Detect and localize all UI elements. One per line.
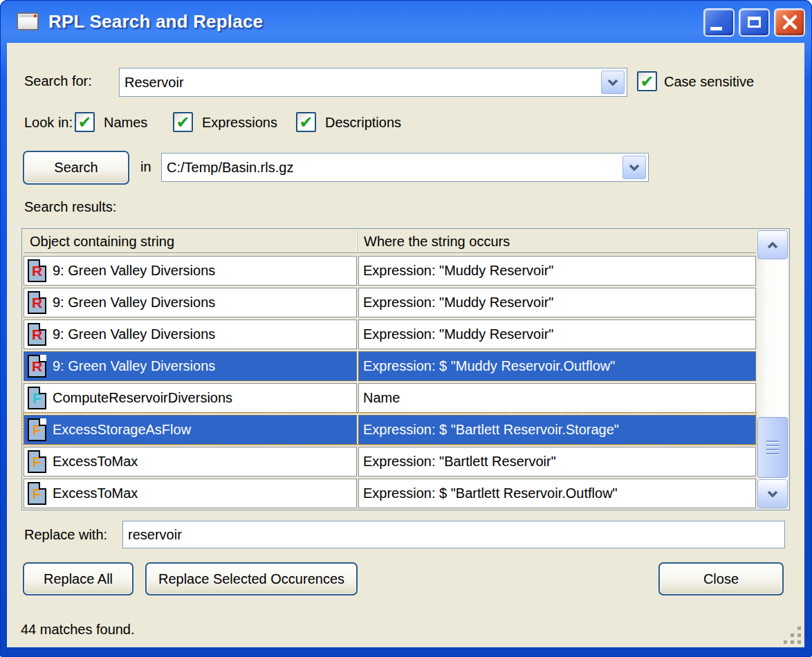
document-icon: F <box>28 418 46 441</box>
title-bar[interactable]: RPL Search and Replace <box>0 0 812 43</box>
scroll-up-button[interactable] <box>757 230 788 259</box>
case-sensitive-label: Case sensitive <box>664 74 754 90</box>
column-header-where[interactable]: Where the string occurs <box>357 230 756 252</box>
file-dropdown-button[interactable] <box>622 156 646 179</box>
where-text: Expression: $ "Bartlett Reservoir.Outflo… <box>363 485 618 501</box>
chevron-up-icon <box>766 241 779 249</box>
document-icon-letter: F <box>33 423 41 437</box>
search-button[interactable]: Search <box>23 151 129 185</box>
dialog-window: RPL Search and Replace Search for: ✔ Cas… <box>0 0 812 657</box>
close-window-button[interactable] <box>774 8 805 37</box>
chevron-down-icon <box>607 79 619 86</box>
thumb-grip-icon <box>766 449 779 450</box>
object-text: ExcessStorageAsFlow <box>53 422 191 438</box>
table-row[interactable]: R 9: Green Valley Diversions Expression:… <box>24 317 756 349</box>
window-icon <box>17 12 39 30</box>
status-text: 44 matches found. <box>21 622 135 638</box>
object-cell[interactable]: F ExcessToMax <box>24 447 357 476</box>
table-row[interactable]: R 9: Green Valley Diversions Expression:… <box>24 349 756 381</box>
search-for-input[interactable] <box>120 75 601 91</box>
names-label: Names <box>104 115 147 131</box>
search-for-dropdown-button[interactable] <box>601 71 625 94</box>
column-header-object[interactable]: Object containing string <box>24 230 357 252</box>
document-icon: F <box>28 482 46 505</box>
object-cell[interactable]: R 9: Green Valley Diversions <box>24 288 357 317</box>
search-for-label: Search for: <box>24 73 92 89</box>
document-icon-letter: F <box>33 486 41 501</box>
object-cell[interactable]: F ComputeReservoirDiversions <box>24 383 357 413</box>
check-icon: ✔ <box>299 114 313 131</box>
table-row[interactable]: F ExcessToMax Expression: "Bartlett Rese… <box>24 445 756 476</box>
file-input[interactable] <box>162 160 622 176</box>
case-sensitive-checkbox[interactable]: ✔ <box>637 71 657 91</box>
results-table: Object containing string Where the strin… <box>21 228 790 510</box>
window-title: RPL Search and Replace <box>48 11 263 33</box>
thumb-grip-icon <box>766 441 779 442</box>
thumb-grip-icon <box>766 453 779 454</box>
table-row[interactable]: R 9: Green Valley Diversions Expression:… <box>24 286 756 317</box>
close-button[interactable]: Close <box>658 562 784 595</box>
close-icon <box>782 14 798 30</box>
where-text: Name <box>363 390 400 406</box>
where-cell[interactable]: Expression: "Bartlett Reservoir" <box>358 447 756 476</box>
results-scrollbar[interactable] <box>757 230 788 508</box>
dialog-body: Search for: ✔ Case sensitive Look in: ✔ … <box>7 43 804 647</box>
document-icon-letter: R <box>32 295 42 310</box>
where-text: Expression: $ "Bartlett Reservoir.Storag… <box>363 422 619 438</box>
where-text: Expression: "Muddy Reservoir" <box>363 263 553 279</box>
where-cell[interactable]: Expression: $ "Muddy Reservoir.Outflow" <box>358 351 756 381</box>
table-row[interactable]: F ExcessStorageAsFlow Expression: $ "Bar… <box>24 413 756 445</box>
document-icon: R <box>28 259 46 282</box>
where-cell[interactable]: Expression: $ "Bartlett Reservoir.Storag… <box>358 415 756 445</box>
maximize-button[interactable] <box>739 8 770 37</box>
object-text: ExcessToMax <box>53 454 138 470</box>
object-text: ExcessToMax <box>53 485 138 501</box>
object-text: 9: Green Valley Diversions <box>53 326 215 342</box>
expressions-checkbox[interactable]: ✔ <box>173 112 193 132</box>
replace-all-button[interactable]: Replace All <box>23 562 133 595</box>
document-icon: R <box>28 323 46 346</box>
search-for-combobox[interactable] <box>119 68 627 97</box>
document-icon: R <box>28 355 46 378</box>
object-cell[interactable]: R 9: Green Valley Diversions <box>24 320 357 349</box>
replace-selected-button[interactable]: Replace Selected Occurences <box>145 562 358 595</box>
scroll-down-button[interactable] <box>757 479 788 508</box>
descriptions-label: Descriptions <box>325 115 401 131</box>
descriptions-checkbox[interactable]: ✔ <box>296 112 316 132</box>
look-in-label: Look in: <box>24 115 73 131</box>
resize-grip[interactable] <box>797 640 801 644</box>
results-header: Object containing string Where the strin… <box>24 230 756 253</box>
document-icon: F <box>28 450 46 473</box>
where-cell[interactable]: Name <box>358 383 756 413</box>
replace-with-input[interactable] <box>122 521 785 548</box>
table-row[interactable]: F ComputeReservoirDiversions Name <box>24 381 756 413</box>
table-row[interactable]: F ExcessToMax Expression: $ "Bartlett Re… <box>24 476 756 508</box>
search-results-label: Search results: <box>24 199 116 215</box>
object-cell[interactable]: R 9: Green Valley Diversions <box>24 256 357 286</box>
object-cell[interactable]: F ExcessStorageAsFlow <box>24 415 357 445</box>
names-checkbox[interactable]: ✔ <box>75 112 95 132</box>
where-cell[interactable]: Expression: $ "Bartlett Reservoir.Outflo… <box>358 479 756 508</box>
object-cell[interactable]: F ExcessToMax <box>24 479 357 508</box>
where-text: Expression: "Muddy Reservoir" <box>363 326 553 342</box>
check-icon: ✔ <box>77 114 91 131</box>
object-cell[interactable]: R 9: Green Valley Diversions <box>24 351 357 381</box>
scrollbar-thumb[interactable] <box>757 417 788 478</box>
maximize-icon <box>748 17 761 28</box>
where-text: Expression: $ "Muddy Reservoir.Outflow" <box>363 358 615 374</box>
document-icon: R <box>28 291 46 314</box>
file-combobox[interactable] <box>161 153 649 182</box>
where-cell[interactable]: Expression: "Muddy Reservoir" <box>358 320 756 349</box>
check-icon: ✔ <box>640 73 654 90</box>
document-icon-letter: F <box>33 391 41 405</box>
minimize-button[interactable] <box>703 8 735 37</box>
where-cell[interactable]: Expression: "Muddy Reservoir" <box>358 256 756 286</box>
where-cell[interactable]: Expression: "Muddy Reservoir" <box>358 288 756 317</box>
table-row[interactable]: R 9: Green Valley Diversions Expression:… <box>24 254 756 286</box>
where-text: Expression: "Muddy Reservoir" <box>363 295 553 311</box>
thumb-grip-icon <box>766 445 779 446</box>
document-icon-letter: R <box>32 327 42 342</box>
check-icon: ✔ <box>176 114 190 131</box>
chevron-down-icon <box>766 490 779 498</box>
object-text: 9: Green Valley Diversions <box>53 295 215 311</box>
